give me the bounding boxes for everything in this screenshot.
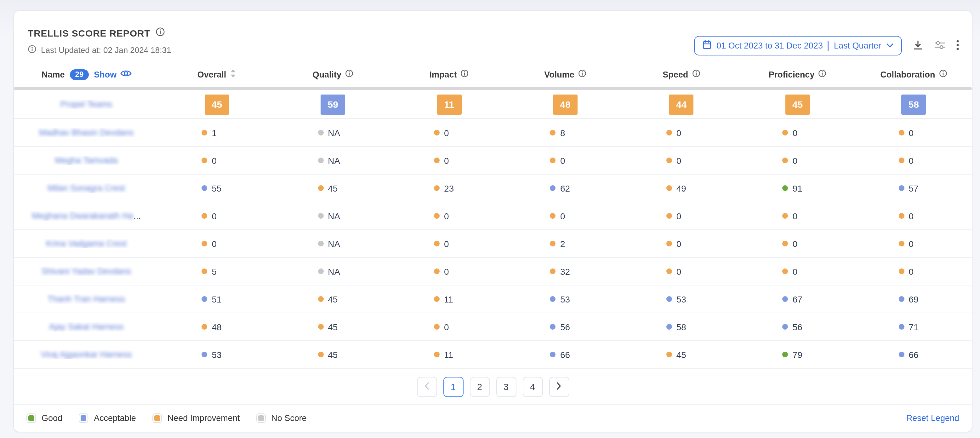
info-icon[interactable] — [818, 69, 826, 80]
eye-icon — [120, 69, 132, 80]
score-value: 0 — [676, 239, 681, 248]
score-value: 45 — [328, 183, 337, 193]
member-name-link[interactable]: Thanh Tran Harness — [48, 294, 125, 304]
score-cell-proficiency: 45 — [740, 94, 856, 115]
legend-item-need_improvement[interactable]: Need Improvement — [153, 413, 240, 423]
status-dot — [434, 158, 440, 164]
score-cell-collaboration: 58 — [856, 94, 972, 115]
column-header-speed[interactable]: Speed — [623, 69, 740, 80]
chevron-left-icon — [424, 382, 430, 392]
status-dot — [667, 296, 672, 302]
status-dot — [899, 296, 904, 302]
status-dot — [550, 185, 556, 191]
member-name-link[interactable]: Shivani Yadav Devdans — [41, 267, 131, 276]
sort-icon[interactable] — [230, 69, 236, 80]
score-cell-quality: 45 — [275, 322, 391, 332]
member-name-link[interactable]: Meghana Dwarakanath Ha — [32, 211, 133, 221]
updated-info-icon[interactable] — [28, 45, 37, 56]
status-dot — [318, 185, 323, 191]
column-header-volume[interactable]: Volume — [508, 69, 624, 80]
name-count-badge: 29 — [70, 69, 89, 80]
pagination-page-3[interactable]: 3 — [496, 377, 516, 397]
reset-legend-link[interactable]: Reset Legend — [906, 413, 959, 423]
member-name-link[interactable]: Viraj Ajgaonkar Harness — [41, 350, 132, 359]
column-header-impact[interactable]: Impact — [391, 69, 508, 80]
column-header-collaboration[interactable]: Collaboration — [856, 69, 972, 80]
score-cell-quality: NA — [275, 211, 391, 221]
card-footer: GoodAcceptableNeed ImprovementNo Score R… — [14, 404, 972, 432]
legend-item-good[interactable]: Good — [27, 413, 62, 423]
score-cell-volume: 0 — [508, 211, 624, 221]
column-header-overall[interactable]: Overall — [159, 69, 275, 80]
pagination-prev-button[interactable] — [417, 377, 437, 397]
status-dot — [202, 296, 207, 302]
title-info-icon[interactable] — [155, 27, 165, 39]
member-name-cell: Propel Teams — [14, 100, 159, 109]
status-dot — [667, 185, 672, 191]
status-dot — [318, 324, 323, 330]
member-name-link[interactable]: Ajay Sakat Harness — [49, 322, 123, 331]
score-cell-speed: 49 — [623, 183, 740, 193]
more-options-button[interactable] — [956, 40, 959, 52]
pagination-next-button[interactable] — [549, 377, 569, 397]
member-name-cell: Thanh Tran Harness — [14, 294, 159, 304]
status-dot — [783, 269, 788, 274]
info-icon[interactable] — [939, 69, 947, 80]
table-row: Madhav Bhasin Devdans1NA08000 — [14, 119, 972, 147]
info-icon[interactable] — [578, 69, 586, 80]
pagination-page-1[interactable]: 1 — [443, 377, 463, 397]
column-header-proficiency[interactable]: Proficiency — [740, 69, 856, 80]
pagination-pages: 1234 — [443, 377, 542, 397]
score-cell-collaboration: 57 — [856, 183, 972, 193]
score-badge: 45 — [204, 94, 229, 115]
pagination-page-4[interactable]: 4 — [522, 377, 542, 397]
score-value: 0 — [792, 211, 798, 221]
score-cell-impact: 0 — [391, 127, 508, 138]
status-dot — [202, 352, 207, 358]
member-name-cell: Viraj Ajgaonkar Harness — [14, 350, 159, 359]
status-dot — [667, 324, 672, 330]
score-cell-collaboration: 69 — [856, 294, 972, 304]
score-value: 0 — [792, 239, 798, 248]
score-cell-proficiency: 0 — [740, 239, 856, 248]
score-value: 55 — [212, 183, 221, 193]
member-name-link[interactable]: Madhav Bhasin Devdans — [39, 128, 134, 137]
horizontal-scrollbar[interactable] — [14, 87, 972, 90]
score-cell-volume: 66 — [508, 349, 624, 360]
show-toggle[interactable]: Show — [94, 69, 132, 80]
score-value: 69 — [908, 294, 918, 304]
pagination-page-2[interactable]: 2 — [469, 377, 490, 397]
info-icon[interactable] — [345, 69, 353, 80]
column-header-quality[interactable]: Quality — [275, 69, 391, 80]
date-range-button[interactable]: 01 Oct 2023 to 31 Dec 2023 Last Quarter — [694, 36, 902, 56]
status-dot — [899, 185, 904, 191]
status-dot — [667, 130, 672, 136]
legend-item-acceptable[interactable]: Acceptable — [79, 413, 136, 423]
score-cell-impact: 0 — [391, 322, 508, 332]
status-dot — [434, 296, 440, 302]
download-button[interactable] — [913, 40, 923, 52]
score-value: 51 — [212, 294, 221, 304]
kebab-menu-icon — [956, 40, 959, 52]
score-value: 57 — [908, 183, 918, 193]
member-name-link[interactable]: Propel Teams — [60, 100, 113, 109]
score-value: 11 — [444, 349, 453, 360]
score-value: 0 — [792, 155, 798, 166]
score-value: 0 — [560, 155, 565, 166]
info-icon[interactable] — [692, 69, 700, 80]
status-dot — [202, 130, 207, 136]
score-cell-overall: 1 — [159, 127, 275, 138]
score-value: 45 — [328, 294, 337, 304]
last-updated-text: Last Updated at: 02 Jan 2024 18:31 — [41, 45, 171, 55]
member-name-link[interactable]: Krina Vadgama Crest — [46, 239, 127, 248]
member-name-link[interactable]: Milan Sonagra Crest — [48, 183, 125, 193]
info-icon[interactable] — [461, 69, 469, 80]
table-settings-button[interactable] — [934, 40, 945, 51]
date-preset-text: Last Quarter — [834, 41, 881, 50]
legend-item-no_score[interactable]: No Score — [256, 413, 307, 423]
table-row: Ajay Sakat Harness4845056585671 — [14, 313, 972, 341]
table-row: Milan Sonagra Crest55452362499157 — [14, 175, 972, 202]
status-dot — [783, 158, 788, 164]
score-value: NA — [328, 266, 340, 276]
member-name-link[interactable]: Megha Tamvada — [55, 156, 118, 165]
